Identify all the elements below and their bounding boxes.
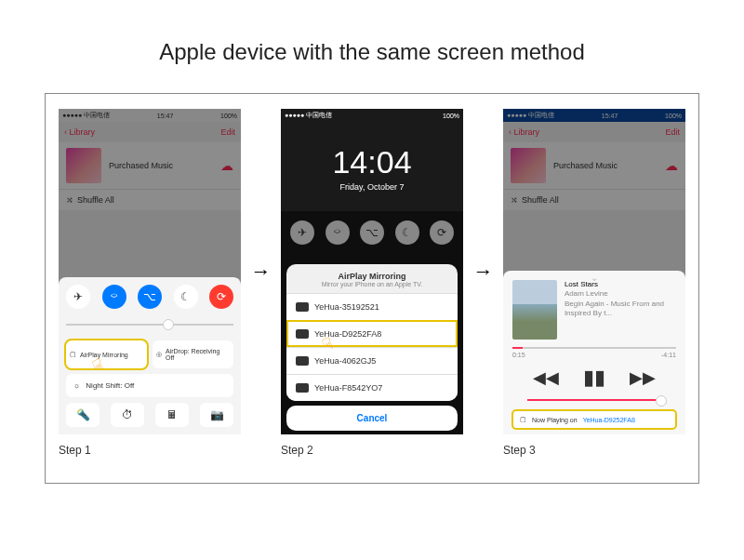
lock-screen-time: 14:04 Friday, October 7 bbox=[281, 122, 463, 192]
phone-step-3: ●●●●● 中国电信 15:47 100% ‹ Library Edit Pur… bbox=[503, 109, 685, 434]
status-bar: ●●●●● 中国电信 100% bbox=[281, 109, 463, 122]
step-2-label: Step 2 bbox=[281, 444, 463, 457]
toggle-row: ✈ ⌔ ⌥ ☾ ⟳ bbox=[290, 220, 454, 245]
calculator-button[interactable]: 🖩 bbox=[155, 403, 189, 427]
battery: 100% bbox=[443, 113, 459, 119]
step-labels: Step 1 Step 2 Step 3 bbox=[59, 444, 685, 457]
tv-icon bbox=[296, 329, 309, 339]
toggle-row: ✈ ⌔ ⌥ ☾ ⟳ bbox=[66, 285, 233, 309]
device-row[interactable]: YeHua-D9252FA8 ☟ bbox=[286, 320, 458, 347]
tv-icon bbox=[296, 383, 309, 393]
phone-step-2: ●●●●● 中国电信 100% 14:04 Friday, October 7 … bbox=[281, 109, 463, 434]
step-3-label: Step 3 bbox=[503, 444, 685, 457]
device-name: YeHua-35192521 bbox=[314, 302, 379, 312]
bluetooth-toggle[interactable]: ⌥ bbox=[360, 220, 384, 245]
tv-icon bbox=[296, 302, 309, 312]
device-name: YeHua-4062GJ5 bbox=[314, 356, 376, 366]
next-button[interactable]: ▶▶ bbox=[630, 367, 656, 388]
airdrop-button[interactable]: ◎ AirDrop: Receiving Off bbox=[153, 340, 233, 368]
instruction-frame: ●●●●● 中国电信 15:47 100% ‹ Library Edit Pur… bbox=[45, 93, 699, 484]
wifi-toggle[interactable]: ⌔ bbox=[326, 220, 350, 245]
bluetooth-toggle[interactable]: ⌥ bbox=[138, 285, 162, 309]
dnd-toggle[interactable]: ☾ bbox=[395, 220, 419, 245]
track-title: Lost Stars bbox=[565, 280, 676, 289]
cancel-button[interactable]: Cancel bbox=[286, 406, 458, 431]
time-elapsed: 0:15 bbox=[512, 352, 525, 358]
carrier: ●●●●● 中国电信 bbox=[285, 111, 332, 120]
sheet-subtitle: Mirror your iPhone on an Apple TV. bbox=[292, 281, 452, 287]
pause-button[interactable]: ▮▮ bbox=[583, 366, 605, 390]
airplay-icon: ▢ bbox=[520, 416, 526, 423]
step-1-label: Step 1 bbox=[59, 444, 241, 457]
wifi-toggle[interactable]: ⌔ bbox=[102, 285, 126, 309]
volume-slider[interactable] bbox=[527, 399, 661, 401]
now-playing-panel: ⌄ Lost Stars Adam Levine Begin Again - M… bbox=[503, 271, 685, 434]
timer-button[interactable]: ⏱ bbox=[111, 403, 144, 427]
sheet-title: AirPlay Mirroring bbox=[292, 272, 452, 281]
night-shift-label: Night Shift: Off bbox=[86, 381, 134, 390]
now-playing-on-label: Now Playing on bbox=[532, 417, 578, 423]
brightness-slider[interactable] bbox=[66, 316, 233, 333]
clock: 14:04 bbox=[281, 144, 463, 180]
playback-controls: ◀◀ ▮▮ ▶▶ bbox=[512, 366, 676, 390]
rotation-lock-toggle[interactable]: ⟳ bbox=[430, 220, 454, 245]
sheet-header: AirPlay Mirroring Mirror your iPhone on … bbox=[286, 264, 458, 293]
device-row[interactable]: YeHua-4062GJ5 bbox=[286, 347, 458, 374]
airdrop-icon: ◎ bbox=[156, 351, 162, 358]
prev-button[interactable]: ◀◀ bbox=[533, 367, 559, 388]
shortcut-row: 🔦 ⏱ 🖩 📷 bbox=[66, 403, 233, 427]
time-remaining: -4:11 bbox=[661, 352, 676, 358]
device-row[interactable]: YeHua-F8542YO7 bbox=[286, 374, 458, 401]
phone-step-1: ●●●●● 中国电信 15:47 100% ‹ Library Edit Pur… bbox=[59, 109, 241, 434]
control-center: ✈ ⌔ ⌥ ☾ ⟳ ▢ AirPlay Mirroring ☟ ◎ AirDro… bbox=[59, 277, 241, 434]
track-album: Begin Again - Music From and Inspired By… bbox=[565, 300, 676, 319]
device-row[interactable]: YeHua-35192521 bbox=[286, 293, 458, 320]
chevron-down-icon[interactable]: ⌄ bbox=[591, 273, 598, 283]
now-playing-art bbox=[512, 280, 557, 340]
airplane-toggle[interactable]: ✈ bbox=[290, 220, 314, 245]
progress-bar[interactable] bbox=[512, 347, 676, 349]
airplay-mirroring-button[interactable]: ▢ AirPlay Mirroring ☟ bbox=[66, 340, 147, 368]
device-name: YeHua-F8542YO7 bbox=[314, 383, 382, 393]
arrow-icon: → bbox=[473, 260, 494, 284]
rotation-lock-toggle[interactable]: ⟳ bbox=[209, 285, 233, 309]
night-shift-icon: ☼ bbox=[73, 381, 80, 390]
arrow-icon: → bbox=[251, 260, 272, 284]
now-playing-device-banner[interactable]: ▢ Now Playing on YeHua-D9252FA8 bbox=[512, 410, 676, 429]
tv-icon bbox=[296, 356, 309, 366]
flashlight-button[interactable]: 🔦 bbox=[66, 403, 100, 427]
airdrop-label: AirDrop: Receiving Off bbox=[166, 348, 230, 361]
page-title: Apple device with the same screen method bbox=[0, 0, 744, 93]
now-playing-device: YeHua-D9252FA8 bbox=[583, 417, 635, 423]
camera-button[interactable]: 📷 bbox=[200, 403, 233, 427]
dnd-toggle[interactable]: ☾ bbox=[174, 285, 198, 309]
date: Friday, October 7 bbox=[281, 182, 463, 192]
night-shift-button[interactable]: ☼ Night Shift: Off bbox=[66, 374, 233, 397]
airplane-toggle[interactable]: ✈ bbox=[66, 285, 90, 309]
airplay-icon: ▢ bbox=[70, 351, 76, 358]
airplay-sheet: AirPlay Mirroring Mirror your iPhone on … bbox=[286, 264, 458, 401]
track-artist: Adam Levine bbox=[565, 289, 676, 299]
